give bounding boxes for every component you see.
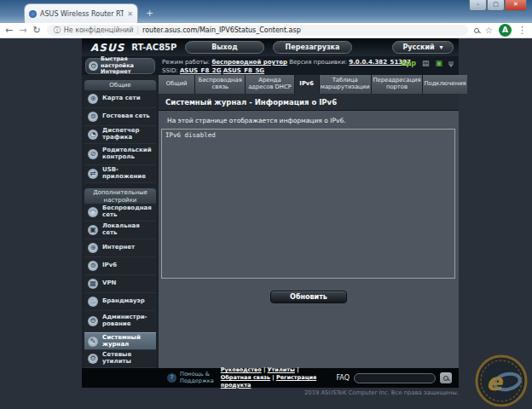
ipv6-icon: ⊚ [88,261,98,271]
quick-setup-button[interactable]: ⚙ Быстрая настройка Интернет [85,58,155,74]
ssid-2g-link[interactable]: ASUS_F8_2G [180,67,221,74]
sidebar-item-system-log[interactable]: ✎ Системный журнал [84,332,156,350]
content-panel: Системный журнал - Информация о IPv6 На … [159,94,459,368]
ssid-5g-link[interactable]: ASUS_F8_5G [223,67,264,74]
sidebar-item-administration[interactable]: ⚙ Администри-рование [84,311,156,332]
tab-title: ASUS Wireless Router RT-AC85P [40,10,124,18]
sidebar-item-guest-network[interactable]: ⊚ Гостевая сеть [84,108,156,126]
printer-icon[interactable]: ▤ [422,60,430,67]
logout-button[interactable]: Выход [185,41,264,54]
tab-connections[interactable]: Подключения [423,75,466,94]
usb-app-icon: ⇄ [88,169,98,179]
content-tabs: Общий Беспроводная связь Аренда адресов … [159,75,459,94]
sidebar-item-wan[interactable]: ⊕ Интернет [84,239,156,257]
sidebar-item-parental-control[interactable]: ⊘ Родительский контроль [84,144,156,165]
chat-icon[interactable]: ▣ [436,60,443,67]
tab-routing-table[interactable]: Таблица маршрутизации [320,75,371,94]
url-text: router.asus.com/Main_IPV6Status_Content.… [142,26,301,34]
vpn-icon: ▦ [88,279,98,289]
profile-avatar[interactable]: A [499,24,512,37]
wan-icon: ⊕ [88,243,98,253]
bookmark-star-icon[interactable]: ☆ [485,26,493,35]
browser-menu-icon[interactable]: ⋮ [518,25,527,36]
router-model: RT-AC85P [131,43,176,52]
sidebar-item-usb-application[interactable]: ⇄ USB-приложение [84,165,156,183]
utilities-link[interactable]: Утилиты [268,366,295,373]
chevron-down-icon: ▾ [440,42,443,53]
language-label: Русский [402,42,434,53]
firmware-info: Режим работы: беспроводной роутер Версия… [162,58,411,75]
minimize-button[interactable]: – [469,0,487,11]
status-banner: ⚙ Быстрая настройка Интернет Режим работ… [82,56,459,75]
tab-port-forwarding[interactable]: Переадресация портов [372,75,423,94]
tab-general[interactable]: Общий [159,75,194,94]
quick-setup-icon: ⚙ [89,61,98,71]
tab-dhcp-leases[interactable]: Аренда адресов DHCP [246,75,293,94]
mode-link[interactable]: беспроводной роутер [211,59,287,66]
sidebar-item-wireless[interactable]: ◠ Беспроводная сеть [84,204,156,222]
feedback-link[interactable]: Обратная связь [221,374,270,381]
network-map-icon: ⊕ [88,94,98,104]
sidebar-section-advanced: Дополнительные настройки [84,188,156,204]
reload-icon[interactable]: ↻ [32,26,40,35]
page-description: На этой странице отображается информация… [167,117,450,124]
traffic-manager-icon: ◔ [88,130,98,140]
maximize-button[interactable]: ▢ [487,0,505,11]
faq-label: FAQ [337,374,350,382]
language-select[interactable]: Русский ▾ [392,41,454,54]
tab-close-icon[interactable]: ✕ [127,10,133,18]
back-icon[interactable]: ← [5,26,13,35]
refresh-button[interactable]: Обновить [270,291,347,303]
network-tools-icon: ⚙ [88,354,98,364]
asus-logo: ASUS [90,42,124,54]
router-footer: ? Помощь & Поддержка Руководство | Утили… [82,368,459,388]
sidebar-item-lan[interactable]: ▣ Локальная сеть [84,222,156,239]
mode-label: Режим работы: [162,59,210,66]
faq-search-button[interactable] [440,372,452,383]
browser-toolbar: ← → ↻ ⓘ Не конфіденційний | router.asus.… [0,23,532,38]
sidebar: Общие ⊕ Карта сети ⊚ Гостевая сеть ◔ Дис… [82,75,159,368]
window-controls: – ▢ ✕ [469,0,527,11]
sidebar-section-general: Общие [84,80,156,90]
browser-titlebar: ASUS Wireless Router RT-AC85P ✕ + – ▢ ✕ [0,0,532,23]
tab-wireless-log[interactable]: Беспроводная связь [195,75,245,94]
sidebar-item-traffic-manager[interactable]: ◔ Диспетчер трафика [84,126,156,144]
page-title: Системный журнал - Информация о IPv6 [159,94,459,111]
ssid-label: SSID: [162,67,178,74]
manual-link[interactable]: Руководство [221,366,262,373]
banner-icons: App ▤ ▣ ψ [401,60,454,67]
help-label: Помощь & Поддержка [180,372,214,385]
usb-icon[interactable]: ψ [448,60,454,67]
wireless-icon: ◠ [88,207,98,217]
close-button[interactable]: ✕ [505,0,527,11]
parental-control-icon: ⊘ [88,149,98,159]
info-icon[interactable]: ⓘ [54,26,61,35]
guest-network-icon: ⊚ [88,112,98,122]
sidebar-item-ipv6[interactable]: ⊚ IPv6 [84,257,156,275]
address-bar[interactable]: ⓘ Не конфіденційний | router.asus.com/Ma… [47,25,468,36]
reboot-button[interactable]: Перезагрузка [273,41,352,54]
faq-search: FAQ [337,372,453,383]
security-label: Не конфіденційний [64,26,134,34]
forward-icon[interactable]: → [19,26,26,35]
watermark-logo: e [474,354,529,408]
ipv6-log-textarea[interactable]: IPv6 disabled [161,129,455,279]
firewall-icon: ♨ [88,297,98,307]
sidebar-item-network-map[interactable]: ⊕ Карта сети [84,90,156,108]
quick-setup-label: Быстрая настройка Интернет [101,56,152,75]
router-header: ASUS RT-AC85P Выход Перезагрузка Русский… [82,38,459,56]
browser-tab[interactable]: ASUS Wireless Router RT-AC85P ✕ [24,3,138,23]
help-support[interactable]: ? Помощь & Поддержка [167,372,214,385]
faq-input[interactable] [354,373,436,383]
tab-ipv6[interactable]: IPv6 [295,75,319,94]
system-log-icon: ✎ [88,337,98,347]
router-admin-page: ASUS RT-AC85P Выход Перезагрузка Русский… [82,38,459,388]
sidebar-item-network-tools[interactable]: ⚙ Сетевые утилиты [84,350,156,368]
copyright-text: 2019 ASUSTeK Computer Inc. Все права защ… [304,389,459,396]
new-tab-button[interactable]: + [143,8,156,20]
footer-links: Руководство | Утилиты | Обратная связь |… [221,366,325,389]
zoom-icon[interactable] [474,28,479,33]
sidebar-item-firewall[interactable]: ♨ Брандмауэр [84,293,156,311]
app-link[interactable]: App [401,60,416,67]
sidebar-item-vpn[interactable]: ▦ VPN [84,275,156,293]
